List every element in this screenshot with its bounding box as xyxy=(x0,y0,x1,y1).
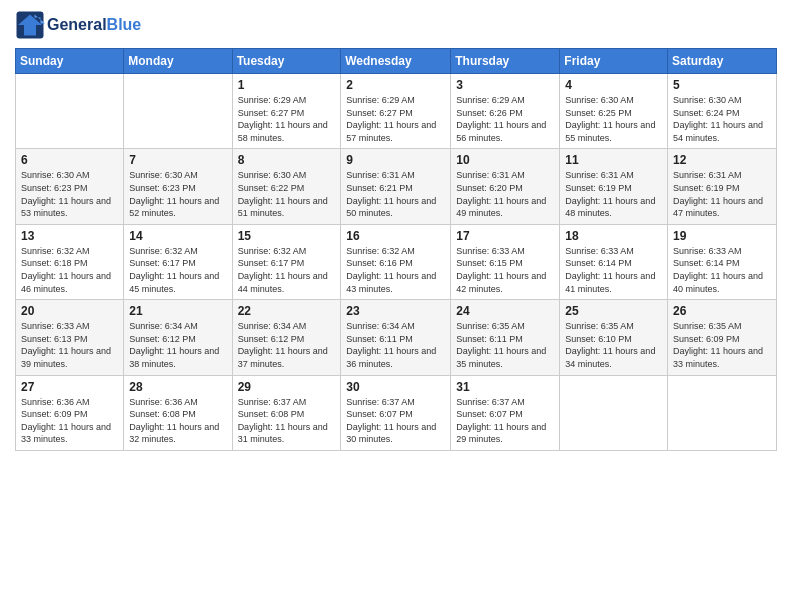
week-row-3: 13Sunrise: 6:32 AMSunset: 6:18 PMDayligh… xyxy=(16,224,777,299)
day-number: 12 xyxy=(673,153,771,167)
day-info: Sunrise: 6:33 AMSunset: 6:15 PMDaylight:… xyxy=(456,245,554,295)
logo-text: GeneralBlue xyxy=(47,16,141,34)
day-info: Sunrise: 6:35 AMSunset: 6:11 PMDaylight:… xyxy=(456,320,554,370)
logo-area: GeneralBlue xyxy=(15,10,141,40)
day-number: 6 xyxy=(21,153,118,167)
day-info: Sunrise: 6:33 AMSunset: 6:14 PMDaylight:… xyxy=(673,245,771,295)
day-info: Sunrise: 6:35 AMSunset: 6:10 PMDaylight:… xyxy=(565,320,662,370)
day-header-saturday: Saturday xyxy=(668,49,777,74)
calendar-cell: 5Sunrise: 6:30 AMSunset: 6:24 PMDaylight… xyxy=(668,74,777,149)
day-info: Sunrise: 6:29 AMSunset: 6:26 PMDaylight:… xyxy=(456,94,554,144)
day-number: 9 xyxy=(346,153,445,167)
calendar-cell: 1Sunrise: 6:29 AMSunset: 6:27 PMDaylight… xyxy=(232,74,341,149)
calendar-cell: 20Sunrise: 6:33 AMSunset: 6:13 PMDayligh… xyxy=(16,300,124,375)
week-row-5: 27Sunrise: 6:36 AMSunset: 6:09 PMDayligh… xyxy=(16,375,777,450)
logo-icon xyxy=(15,10,45,40)
calendar-cell: 14Sunrise: 6:32 AMSunset: 6:17 PMDayligh… xyxy=(124,224,232,299)
calendar-cell: 26Sunrise: 6:35 AMSunset: 6:09 PMDayligh… xyxy=(668,300,777,375)
day-info: Sunrise: 6:37 AMSunset: 6:07 PMDaylight:… xyxy=(346,396,445,446)
day-info: Sunrise: 6:29 AMSunset: 6:27 PMDaylight:… xyxy=(238,94,336,144)
calendar-header: SundayMondayTuesdayWednesdayThursdayFrid… xyxy=(16,49,777,74)
day-header-wednesday: Wednesday xyxy=(341,49,451,74)
day-info: Sunrise: 6:36 AMSunset: 6:09 PMDaylight:… xyxy=(21,396,118,446)
day-info: Sunrise: 6:32 AMSunset: 6:17 PMDaylight:… xyxy=(129,245,226,295)
day-header-thursday: Thursday xyxy=(451,49,560,74)
day-number: 18 xyxy=(565,229,662,243)
day-number: 30 xyxy=(346,380,445,394)
week-row-4: 20Sunrise: 6:33 AMSunset: 6:13 PMDayligh… xyxy=(16,300,777,375)
day-info: Sunrise: 6:37 AMSunset: 6:07 PMDaylight:… xyxy=(456,396,554,446)
day-number: 21 xyxy=(129,304,226,318)
day-number: 23 xyxy=(346,304,445,318)
calendar: SundayMondayTuesdayWednesdayThursdayFrid… xyxy=(15,48,777,451)
day-info: Sunrise: 6:32 AMSunset: 6:18 PMDaylight:… xyxy=(21,245,118,295)
calendar-cell: 27Sunrise: 6:36 AMSunset: 6:09 PMDayligh… xyxy=(16,375,124,450)
week-row-2: 6Sunrise: 6:30 AMSunset: 6:23 PMDaylight… xyxy=(16,149,777,224)
day-info: Sunrise: 6:31 AMSunset: 6:19 PMDaylight:… xyxy=(673,169,771,219)
calendar-cell: 21Sunrise: 6:34 AMSunset: 6:12 PMDayligh… xyxy=(124,300,232,375)
calendar-cell: 4Sunrise: 6:30 AMSunset: 6:25 PMDaylight… xyxy=(560,74,668,149)
day-number: 4 xyxy=(565,78,662,92)
day-number: 1 xyxy=(238,78,336,92)
calendar-cell xyxy=(16,74,124,149)
calendar-cell xyxy=(124,74,232,149)
day-number: 24 xyxy=(456,304,554,318)
day-number: 17 xyxy=(456,229,554,243)
calendar-cell: 10Sunrise: 6:31 AMSunset: 6:20 PMDayligh… xyxy=(451,149,560,224)
day-number: 27 xyxy=(21,380,118,394)
day-info: Sunrise: 6:30 AMSunset: 6:23 PMDaylight:… xyxy=(21,169,118,219)
day-info: Sunrise: 6:32 AMSunset: 6:16 PMDaylight:… xyxy=(346,245,445,295)
day-info: Sunrise: 6:30 AMSunset: 6:22 PMDaylight:… xyxy=(238,169,336,219)
day-number: 26 xyxy=(673,304,771,318)
calendar-cell: 12Sunrise: 6:31 AMSunset: 6:19 PMDayligh… xyxy=(668,149,777,224)
day-number: 29 xyxy=(238,380,336,394)
day-info: Sunrise: 6:30 AMSunset: 6:23 PMDaylight:… xyxy=(129,169,226,219)
day-info: Sunrise: 6:31 AMSunset: 6:19 PMDaylight:… xyxy=(565,169,662,219)
day-number: 14 xyxy=(129,229,226,243)
day-number: 2 xyxy=(346,78,445,92)
calendar-cell: 8Sunrise: 6:30 AMSunset: 6:22 PMDaylight… xyxy=(232,149,341,224)
calendar-body: 1Sunrise: 6:29 AMSunset: 6:27 PMDaylight… xyxy=(16,74,777,451)
day-info: Sunrise: 6:34 AMSunset: 6:11 PMDaylight:… xyxy=(346,320,445,370)
calendar-cell: 3Sunrise: 6:29 AMSunset: 6:26 PMDaylight… xyxy=(451,74,560,149)
calendar-cell xyxy=(560,375,668,450)
calendar-cell: 7Sunrise: 6:30 AMSunset: 6:23 PMDaylight… xyxy=(124,149,232,224)
day-info: Sunrise: 6:33 AMSunset: 6:14 PMDaylight:… xyxy=(565,245,662,295)
calendar-cell: 31Sunrise: 6:37 AMSunset: 6:07 PMDayligh… xyxy=(451,375,560,450)
day-number: 11 xyxy=(565,153,662,167)
calendar-cell: 19Sunrise: 6:33 AMSunset: 6:14 PMDayligh… xyxy=(668,224,777,299)
calendar-cell: 2Sunrise: 6:29 AMSunset: 6:27 PMDaylight… xyxy=(341,74,451,149)
day-info: Sunrise: 6:31 AMSunset: 6:20 PMDaylight:… xyxy=(456,169,554,219)
calendar-cell: 9Sunrise: 6:31 AMSunset: 6:21 PMDaylight… xyxy=(341,149,451,224)
day-number: 31 xyxy=(456,380,554,394)
calendar-cell: 23Sunrise: 6:34 AMSunset: 6:11 PMDayligh… xyxy=(341,300,451,375)
calendar-cell: 15Sunrise: 6:32 AMSunset: 6:17 PMDayligh… xyxy=(232,224,341,299)
day-number: 13 xyxy=(21,229,118,243)
calendar-cell: 17Sunrise: 6:33 AMSunset: 6:15 PMDayligh… xyxy=(451,224,560,299)
calendar-cell xyxy=(668,375,777,450)
page: GeneralBlue SundayMondayTuesdayWednesday… xyxy=(0,0,792,612)
day-header-friday: Friday xyxy=(560,49,668,74)
day-number: 15 xyxy=(238,229,336,243)
calendar-cell: 18Sunrise: 6:33 AMSunset: 6:14 PMDayligh… xyxy=(560,224,668,299)
day-info: Sunrise: 6:36 AMSunset: 6:08 PMDaylight:… xyxy=(129,396,226,446)
day-number: 28 xyxy=(129,380,226,394)
day-number: 7 xyxy=(129,153,226,167)
day-number: 25 xyxy=(565,304,662,318)
calendar-cell: 24Sunrise: 6:35 AMSunset: 6:11 PMDayligh… xyxy=(451,300,560,375)
calendar-cell: 30Sunrise: 6:37 AMSunset: 6:07 PMDayligh… xyxy=(341,375,451,450)
day-header-monday: Monday xyxy=(124,49,232,74)
header: GeneralBlue xyxy=(15,10,777,40)
day-info: Sunrise: 6:37 AMSunset: 6:08 PMDaylight:… xyxy=(238,396,336,446)
day-info: Sunrise: 6:30 AMSunset: 6:25 PMDaylight:… xyxy=(565,94,662,144)
day-info: Sunrise: 6:31 AMSunset: 6:21 PMDaylight:… xyxy=(346,169,445,219)
day-number: 5 xyxy=(673,78,771,92)
calendar-cell: 13Sunrise: 6:32 AMSunset: 6:18 PMDayligh… xyxy=(16,224,124,299)
days-header-row: SundayMondayTuesdayWednesdayThursdayFrid… xyxy=(16,49,777,74)
day-number: 8 xyxy=(238,153,336,167)
day-info: Sunrise: 6:35 AMSunset: 6:09 PMDaylight:… xyxy=(673,320,771,370)
day-number: 10 xyxy=(456,153,554,167)
day-number: 20 xyxy=(21,304,118,318)
day-info: Sunrise: 6:32 AMSunset: 6:17 PMDaylight:… xyxy=(238,245,336,295)
day-number: 16 xyxy=(346,229,445,243)
